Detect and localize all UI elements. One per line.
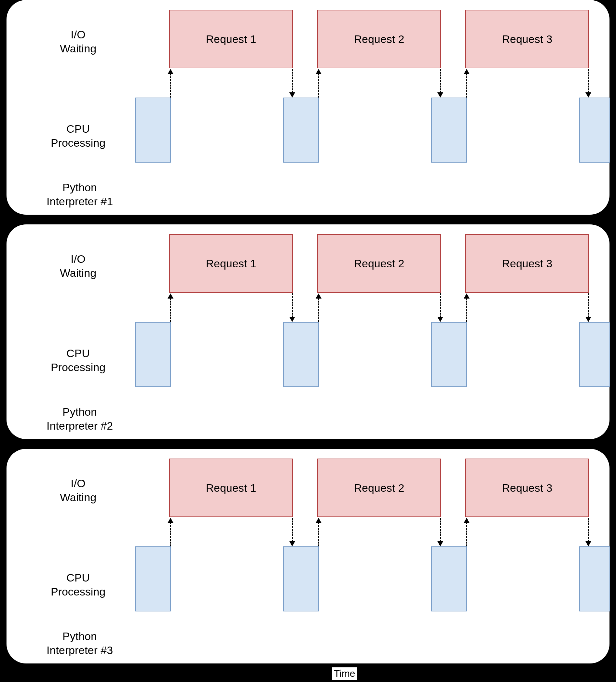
arrow-line [292, 293, 293, 317]
cpu-box [431, 322, 467, 387]
io-waiting-label: I/O Waiting [46, 28, 111, 55]
interpreter-label: Python Interpreter #3 [39, 629, 120, 657]
arrow-line [292, 518, 293, 542]
arrow-up-icon [316, 518, 322, 523]
cpu-box [579, 546, 610, 611]
arrow-up-icon [464, 518, 469, 523]
arrow-line [318, 522, 319, 546]
cpu-processing-label: CPU Processing [42, 346, 114, 374]
time-axis-label: Time [332, 667, 357, 680]
arrow-line [466, 298, 467, 322]
arrow-line [318, 73, 319, 97]
request-box: Request 3 [465, 459, 589, 517]
arrow-line [440, 518, 441, 542]
request-box: Request 3 [465, 234, 589, 293]
cpu-box [135, 322, 171, 387]
arrow-up-icon [316, 69, 322, 74]
cpu-box [283, 322, 319, 387]
arrow-line [588, 293, 589, 317]
request-box: Request 1 [169, 234, 293, 293]
request-box: Request 2 [317, 459, 441, 517]
arrow-line [440, 293, 441, 317]
cpu-box [135, 546, 171, 611]
interpreter-panel-2: I/O Waiting CPU Processing Python Interp… [6, 224, 610, 439]
arrow-line [170, 298, 171, 322]
arrow-line [440, 69, 441, 93]
arrow-up-icon [168, 293, 173, 299]
arrow-line [170, 73, 171, 97]
arrow-down-icon [437, 317, 443, 322]
io-waiting-label: I/O Waiting [46, 476, 111, 504]
arrow-down-icon [289, 92, 295, 97]
arrow-up-icon [464, 69, 469, 74]
cpu-box [283, 546, 319, 611]
arrow-line [466, 73, 467, 97]
arrow-line [588, 69, 589, 93]
arrow-up-icon [464, 293, 469, 299]
arrow-up-icon [168, 69, 173, 74]
arrow-up-icon [316, 293, 322, 299]
arrow-line [588, 518, 589, 542]
arrow-down-icon [437, 92, 443, 97]
request-box: Request 2 [317, 10, 441, 68]
request-box: Request 3 [465, 10, 589, 68]
arrow-line [292, 69, 293, 93]
interpreter-label: Python Interpreter #2 [39, 405, 120, 433]
interpreter-label: Python Interpreter #1 [39, 181, 120, 208]
cpu-processing-label: CPU Processing [42, 122, 114, 150]
arrow-down-icon [586, 541, 591, 546]
arrow-line [466, 522, 467, 546]
cpu-box [579, 97, 610, 163]
cpu-box [283, 97, 319, 163]
arrow-line [318, 298, 319, 322]
cpu-box [431, 97, 467, 163]
cpu-box [135, 97, 171, 163]
cpu-box [431, 546, 467, 611]
arrow-down-icon [289, 317, 295, 322]
io-waiting-label: I/O Waiting [46, 252, 111, 280]
arrow-down-icon [289, 541, 295, 546]
cpu-processing-label: CPU Processing [42, 571, 114, 598]
request-box: Request 1 [169, 10, 293, 68]
arrow-down-icon [586, 92, 591, 97]
arrow-down-icon [437, 541, 443, 546]
interpreter-panel-3: I/O Waiting CPU Processing Python Interp… [6, 449, 610, 663]
request-box: Request 2 [317, 234, 441, 293]
arrow-up-icon [168, 518, 173, 523]
arrow-line [170, 522, 171, 546]
request-box: Request 1 [169, 459, 293, 517]
cpu-box [579, 322, 610, 387]
interpreter-panel-1: I/O Waiting CPU Processing Python Interp… [6, 0, 610, 215]
arrow-down-icon [586, 317, 591, 322]
